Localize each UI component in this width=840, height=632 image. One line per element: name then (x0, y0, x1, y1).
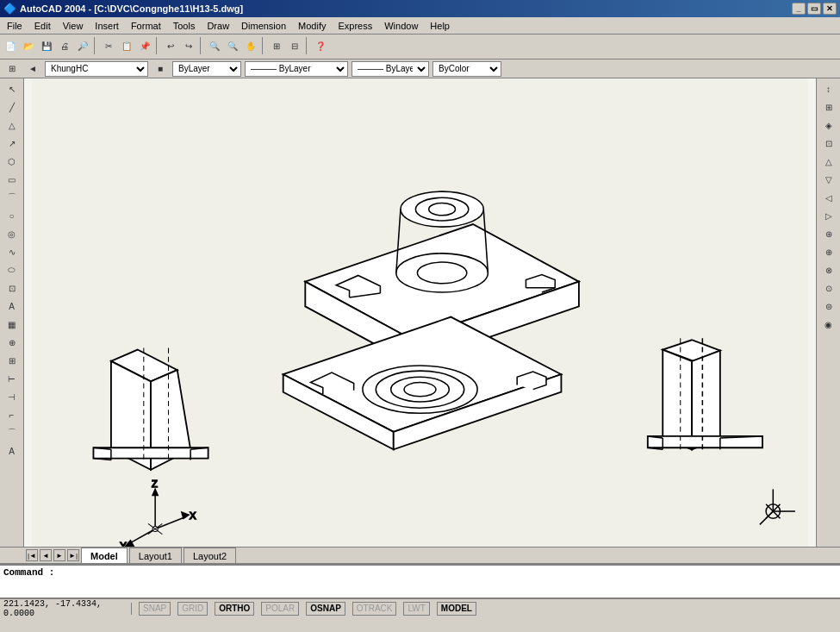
zoom-realtime-button[interactable]: 🔍 (206, 37, 223, 54)
rt-btn-4[interactable]: ⊡ (819, 135, 838, 152)
menu-draw[interactable]: Draw (202, 20, 234, 32)
properties-button[interactable]: ⊞ (268, 37, 285, 54)
rt-btn-2[interactable]: ⊞ (819, 98, 838, 116)
menu-window[interactable]: Window (379, 20, 423, 32)
rt-btn-8[interactable]: ▷ (819, 207, 838, 224)
lt-fillet-button[interactable]: ⌒ (3, 424, 22, 441)
svg-marker-32 (663, 350, 692, 450)
lt-mtext-button[interactable]: A (3, 297, 22, 315)
rt-btn-11[interactable]: ⊗ (819, 261, 838, 278)
rt-btn-7[interactable]: ◁ (819, 189, 838, 206)
lt-table-button[interactable]: ⊞ (3, 352, 22, 369)
undo-button[interactable]: ↩ (162, 37, 179, 54)
lt-region-button[interactable]: ⊕ (3, 334, 22, 351)
matchprop-button[interactable]: ⊟ (286, 37, 303, 54)
drawing-canvas-area[interactable]: Z Y X (24, 78, 816, 547)
lt-circle-button[interactable]: ○ (3, 207, 22, 224)
tab-nav-last[interactable]: ►| (67, 549, 79, 561)
rt-btn-13[interactable]: ⊜ (819, 297, 838, 315)
rt-btn-9[interactable]: ⊛ (819, 225, 838, 242)
zoom-prev-button[interactable]: 🔍 (224, 37, 241, 54)
lt-A-button[interactable]: A (3, 442, 22, 460)
tab-nav-first[interactable]: |◄ (26, 549, 38, 561)
model-button[interactable]: MODEL (437, 602, 476, 616)
color-select[interactable]: ByLayer (172, 61, 241, 77)
grid-button[interactable]: GRID (177, 602, 208, 616)
rt-btn-6[interactable]: ▽ (819, 171, 838, 188)
ortho-button[interactable]: ORTHO (215, 602, 254, 616)
osnap-button[interactable]: OSNAP (306, 602, 345, 616)
lt-chamfer-button[interactable]: ⌐ (3, 406, 22, 423)
lt-donut-button[interactable]: ◎ (3, 225, 22, 242)
cut-button[interactable]: ✂ (100, 37, 117, 54)
app-icon: 🔷 (3, 3, 16, 15)
print-button[interactable]: 🖨 (56, 37, 73, 54)
svg-text:Z: Z (152, 479, 158, 489)
menu-express[interactable]: Express (333, 20, 377, 32)
lt-spline-button[interactable]: ∿ (3, 243, 22, 260)
layer-manager-button[interactable]: ⊞ (3, 60, 21, 78)
rt-btn-14[interactable]: ◉ (819, 316, 838, 333)
redo-button[interactable]: ↪ (180, 37, 197, 54)
lt-pick-button[interactable]: ↖ (3, 80, 22, 97)
tab-nav-next[interactable]: ► (53, 549, 65, 561)
open-button[interactable]: 📂 (20, 37, 37, 54)
command-input[interactable] (3, 578, 820, 588)
lt-tolerance-button[interactable]: ⊣ (3, 388, 22, 405)
rt-btn-10[interactable]: ⊕ (819, 243, 838, 260)
copy-button[interactable]: 📋 (118, 37, 135, 54)
new-button[interactable]: 📄 (2, 37, 19, 54)
lt-polyline-button[interactable]: ↗ (3, 135, 22, 152)
toolbar-separator-2 (156, 37, 159, 54)
lt-hatch-button[interactable]: ▦ (3, 316, 22, 333)
tab-bar: |◄ ◄ ► ►| Model Layout1 Layout2 (0, 547, 840, 564)
minimize-button[interactable]: _ (792, 3, 806, 15)
lt-xline-button[interactable]: △ (3, 116, 22, 134)
window-controls: _ ▭ ✕ (792, 3, 837, 15)
help-button[interactable]: ❓ (312, 37, 329, 54)
tab-model[interactable]: Model (81, 548, 128, 563)
rt-btn-1[interactable]: ↕ (819, 80, 838, 97)
menu-edit[interactable]: Edit (29, 20, 56, 32)
menu-tools[interactable]: Tools (168, 20, 201, 32)
tab-layout2[interactable]: Layout2 (184, 548, 236, 563)
lwt-button[interactable]: LWT (403, 602, 429, 616)
lt-polygon-button[interactable]: ⬡ (3, 153, 22, 170)
linetype-select[interactable]: ——— ByLayer (245, 61, 348, 77)
rt-btn-3[interactable]: ◈ (819, 116, 838, 134)
paste-button[interactable]: 📌 (136, 37, 153, 54)
restore-button[interactable]: ▭ (807, 3, 821, 15)
lt-arc-button[interactable]: ⌒ (3, 189, 22, 206)
rt-btn-12[interactable]: ⊙ (819, 279, 838, 297)
menu-format[interactable]: Format (126, 20, 166, 32)
right-toolbar: ↕ ⊞ ◈ ⊡ △ ▽ ◁ ▷ ⊛ ⊕ ⊗ ⊙ ⊜ ◉ (816, 78, 840, 547)
menu-modify[interactable]: Modify (293, 20, 331, 32)
lt-dim-button[interactable]: ⊢ (3, 370, 22, 387)
snap-button[interactable]: SNAP (139, 602, 171, 616)
menu-file[interactable]: File (2, 20, 28, 32)
plotstyle-select[interactable]: ByColor (432, 61, 501, 77)
layer-select[interactable]: KhungHC (45, 61, 148, 77)
menu-view[interactable]: View (58, 20, 89, 32)
lt-line-button[interactable]: ╱ (3, 98, 22, 116)
lineweight-select[interactable]: ——— ByLayer (352, 61, 429, 77)
layer-prev-button[interactable]: ◄ (24, 60, 41, 78)
menu-insert[interactable]: Insert (90, 20, 124, 32)
menu-help[interactable]: Help (425, 20, 455, 32)
tab-layout1[interactable]: Layout1 (129, 548, 182, 563)
menu-dimension[interactable]: Dimension (236, 20, 291, 32)
tab-nav-prev[interactable]: ◄ (40, 549, 52, 561)
lt-rectangle-button[interactable]: ▭ (3, 171, 22, 188)
color-manager-button[interactable]: ■ (152, 60, 169, 78)
lt-ellipse-button[interactable]: ⬭ (3, 261, 22, 278)
properties-bar: ⊞ ◄ KhungHC ■ ByLayer ——— ByLayer ——— By… (0, 59, 840, 78)
svg-marker-34 (648, 436, 762, 447)
close-button[interactable]: ✕ (823, 3, 837, 15)
save-button[interactable]: 💾 (38, 37, 55, 54)
otrack-button[interactable]: OTRACK (352, 602, 397, 616)
lt-insert-button[interactable]: ⊡ (3, 279, 22, 297)
polar-button[interactable]: POLAR (261, 602, 299, 616)
rt-btn-5[interactable]: △ (819, 153, 838, 170)
pan-button[interactable]: ✋ (242, 37, 259, 54)
print-preview-button[interactable]: 🔎 (74, 37, 91, 54)
